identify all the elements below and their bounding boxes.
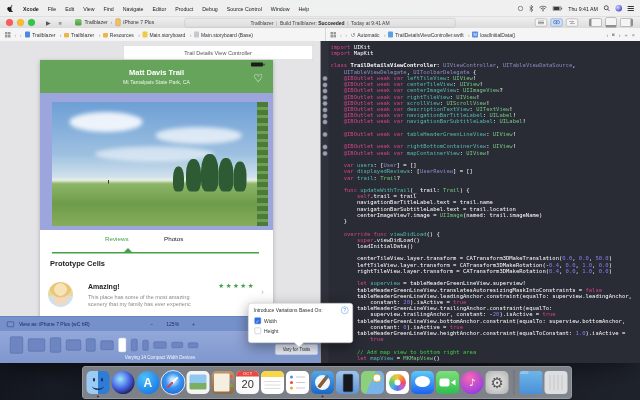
outlet-connection-well[interactable] [323,76,328,81]
outlet-connection-well[interactable] [323,145,328,150]
inspector-panel-toggle[interactable] [620,18,633,26]
menu-item-help[interactable]: Help [294,5,314,11]
outlet-connection-well[interactable] [323,95,328,100]
trail-title-label[interactable]: Matt Davis Trail [40,68,273,77]
preview-dock-icon[interactable] [186,371,209,394]
folder-dock-icon[interactable] [520,371,543,394]
breadcrumb-storyboard[interactable]: Main.storyboard [142,32,185,38]
device-icon-iphone-portrait[interactable] [131,339,138,351]
minimize-window-button[interactable] [17,19,24,26]
menu-item-window[interactable]: Window [266,5,294,11]
trail-photo[interactable] [52,102,268,226]
finder-dock-icon[interactable] [86,371,109,394]
device-icon-ipad-portrait[interactable] [50,338,61,353]
menu-item-xcode[interactable]: Xcode [19,5,44,11]
reminders-dock-icon[interactable] [286,371,309,394]
simulator-dock-icon[interactable] [336,371,359,394]
run-button[interactable]: ▶ [46,19,51,26]
device-icon-iphone-plus-portrait-selected[interactable] [119,338,127,352]
tab-reviews[interactable]: Reviews [105,235,129,242]
debug-panel-toggle[interactable] [606,17,617,27]
contacts-dock-icon[interactable] [211,371,234,394]
code-text[interactable]: import UIKitimport MapKit class TrailDet… [331,44,640,362]
dock-item-reminders[interactable] [285,368,310,397]
device-icon-iphone-se-portrait[interactable] [143,340,149,351]
add-assistant-button[interactable]: + [625,32,628,38]
zoom-window-button[interactable] [28,19,35,26]
siri-icon[interactable] [616,5,623,12]
tile-container-view[interactable] [40,93,273,230]
help-button[interactable]: ? [341,307,349,315]
device-icon-ipad-pro-portrait[interactable] [10,337,23,354]
back-button[interactable]: ‹ [340,32,342,38]
breadcrumb-project[interactable]: Trailblazer [25,32,55,38]
dock-item-photos[interactable] [385,368,410,397]
dock-item-safari[interactable] [160,368,185,397]
bluetooth-icon[interactable] [529,5,534,12]
menu-bar-clock[interactable]: Thu 9:41 AM [568,5,598,11]
itunes-dock-icon[interactable]: ♪ [461,371,484,394]
dock-item-contacts[interactable] [210,368,235,397]
notification-center-icon[interactable] [628,6,635,11]
scheme-selector[interactable]: Trailblazer › iPhone 7 Plus [75,19,154,27]
width-checkbox[interactable]: ✓ [255,318,262,325]
outlet-connection-well[interactable] [323,120,328,125]
dock-item-folder[interactable] [519,368,544,397]
app-store-dock-icon[interactable]: A [136,371,159,394]
device-icon-iphone-plus-landscape[interactable] [154,342,167,349]
menu-item-navigate[interactable]: Navigate [118,5,148,11]
notes-dock-icon[interactable] [261,371,284,394]
menu-item-edit[interactable]: Edit [61,5,79,11]
favorite-heart-icon[interactable]: ♡ [253,72,263,85]
related-items-icon[interactable] [5,32,11,38]
assistant-next-button[interactable]: › [619,32,621,38]
maps-dock-icon[interactable] [361,371,384,394]
source-editor[interactable]: import UIKitimport MapKit class TrailDet… [321,41,640,363]
wifi-icon[interactable] [539,5,547,11]
dock-item-xcode[interactable] [310,368,335,397]
calendar-dock-icon[interactable]: OCT20 [236,371,259,394]
device-icon-iphone-landscape[interactable] [172,342,184,348]
device-icon-ipad-landscape[interactable] [66,340,81,351]
breadcrumb-swift-file[interactable]: TrailDetailsViewController.swift [388,32,463,38]
device-icon-ipad-mini-portrait[interactable] [86,339,96,352]
dock-item-itunes[interactable]: ♪ [460,368,485,397]
forward-button[interactable]: › [20,32,22,38]
dock-item-simulator[interactable] [335,368,360,397]
xcode-dock-icon[interactable] [311,371,334,394]
trail-subtitle-label[interactable]: Mt Tamalpais State Park, CA [40,79,273,85]
safari-dock-icon[interactable] [160,370,185,395]
zoom-out-button[interactable]: − [150,321,153,327]
device-icon-ipad-mini-landscape[interactable] [101,340,114,350]
messages-dock-icon[interactable] [411,371,434,394]
navigation-bar[interactable]: Matt Davis Trail Mt Tamalpais State Park… [40,60,273,93]
menu-item-file[interactable]: File [43,5,60,11]
assistant-editor-button[interactable] [551,18,563,26]
dock-item-preview[interactable] [185,368,210,397]
menu-item-product[interactable]: Product [171,5,198,11]
breadcrumb-storyboard-base[interactable]: Main.storyboard (Base) [194,32,253,38]
back-button[interactable]: ‹ [15,32,17,38]
dock-item-calendar[interactable]: OCT20 [235,368,260,397]
height-checkbox[interactable] [255,328,262,335]
dock-item-finder[interactable] [86,368,111,397]
outlet-connection-well[interactable] [323,89,328,94]
breadcrumb-folder[interactable]: Trailblazer [64,32,94,38]
dock-item-maps[interactable] [360,368,385,397]
outlet-connection-well[interactable] [323,82,328,87]
device-icon-ipad-pro-landscape[interactable] [28,339,45,352]
view-as-label[interactable]: View as: iPhone 7 Plus (wC hR) [19,321,90,327]
system-preferences-dock-icon[interactable]: ⚙ [486,371,509,394]
dock-item-trash[interactable] [544,368,569,397]
menu-item-editor[interactable]: Editor [148,5,171,11]
menu-item-source-control[interactable]: Source Control [222,5,266,11]
forward-button[interactable]: › [345,32,347,38]
menu-item-view[interactable]: View [79,5,99,11]
outlet-connection-well[interactable] [323,113,328,118]
close-assistant-button[interactable]: × [632,32,635,38]
spotlight-icon[interactable] [604,5,611,12]
standard-editor-button[interactable] [535,18,547,26]
outlet-connection-well[interactable] [323,132,328,137]
breadcrumb-automatic[interactable]: ↺Automatic [351,32,380,38]
trash-dock-icon[interactable] [545,371,568,394]
